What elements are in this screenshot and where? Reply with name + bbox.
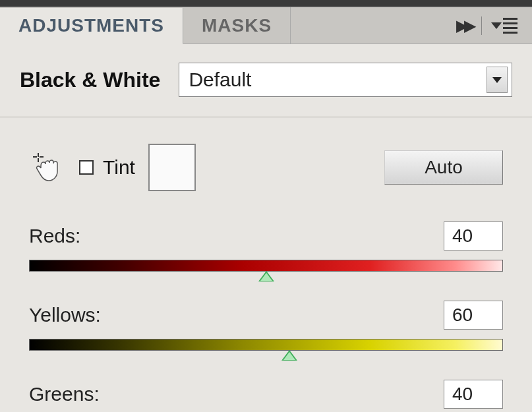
sliders-group: Reds: 40 Yellows: 60 Greens: 40 <box>20 221 512 412</box>
panel-content: Black & White Default Tint Auto <box>0 44 532 412</box>
slider-track[interactable] <box>29 260 503 272</box>
auto-button[interactable]: Auto <box>384 150 503 185</box>
menu-triangle-icon <box>491 22 502 29</box>
slider-row: Greens: 40 <box>29 380 503 412</box>
tab-right-controls: ▶▶ <box>454 7 532 44</box>
slider-value-input[interactable]: 40 <box>444 380 503 409</box>
slider-label: Reds: <box>29 225 80 247</box>
tint-color-swatch[interactable] <box>148 144 196 191</box>
menu-lines-icon <box>503 18 517 34</box>
window-titlebar <box>0 0 532 7</box>
tint-control: Tint <box>79 144 196 191</box>
separator <box>0 117 532 117</box>
slider-track[interactable] <box>29 339 503 351</box>
panel-menu-icon[interactable] <box>488 15 520 36</box>
slider-label: Yellows: <box>29 304 101 326</box>
fast-forward-icon[interactable]: ▶▶ <box>454 14 475 38</box>
slider-label: Greens: <box>29 383 100 405</box>
preset-value: Default <box>189 69 251 91</box>
tint-checkbox[interactable] <box>79 160 94 175</box>
slider-row: Reds: 40 <box>29 221 503 272</box>
tint-label: Tint <box>103 156 135 179</box>
targeted-adjustment-icon[interactable] <box>29 152 61 183</box>
divider <box>481 16 482 35</box>
panel-tabs: ADJUSTMENTS MASKS ▶▶ <box>0 7 532 44</box>
slider-head: Greens: 40 <box>29 380 503 409</box>
tab-adjustments[interactable]: ADJUSTMENTS <box>0 8 183 44</box>
controls-row: Tint Auto <box>20 144 512 191</box>
slider-value-input[interactable]: 40 <box>444 221 503 250</box>
slider-row: Yellows: 60 <box>29 301 503 351</box>
slider-thumb[interactable] <box>258 271 274 281</box>
slider-thumb[interactable] <box>281 350 297 361</box>
tab-masks[interactable]: MASKS <box>183 7 291 44</box>
slider-value-input[interactable]: 60 <box>444 301 503 330</box>
preset-dropdown[interactable]: Default <box>179 63 512 97</box>
dropdown-button[interactable] <box>487 67 508 93</box>
chevron-down-icon <box>492 77 502 83</box>
adjustments-panel: ADJUSTMENTS MASKS ▶▶ Black & White Defau… <box>0 7 532 412</box>
adjustment-title: Black & White <box>20 68 160 92</box>
adjustment-header-row: Black & White Default <box>20 63 512 97</box>
slider-head: Yellows: 60 <box>29 301 503 330</box>
slider-head: Reds: 40 <box>29 221 503 250</box>
